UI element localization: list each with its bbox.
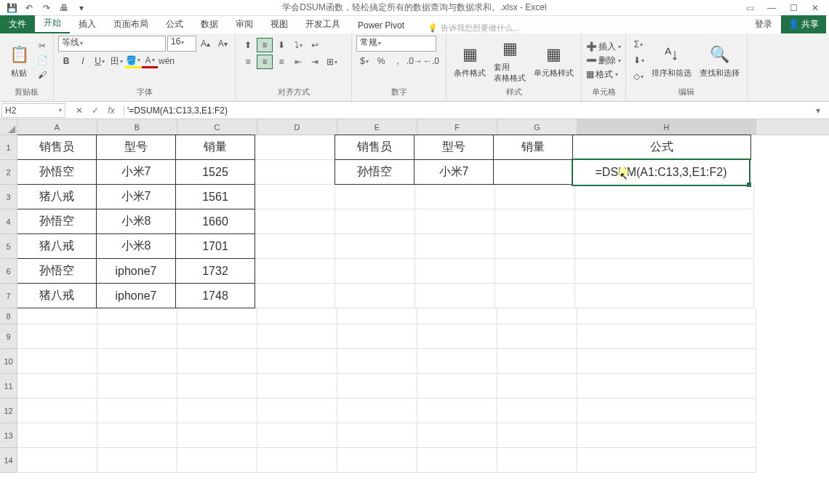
percent-icon[interactable]: % — [373, 54, 389, 68]
cell-E7[interactable] — [335, 284, 415, 308]
currency-icon[interactable]: $▾ — [356, 54, 372, 68]
wrap-text-icon[interactable]: ↩ — [307, 38, 323, 52]
cell-H7[interactable] — [575, 284, 754, 308]
cell-F1[interactable]: 型号 — [414, 135, 494, 160]
increase-font-icon[interactable]: A▴ — [198, 36, 214, 51]
cell-H13[interactable] — [577, 423, 756, 448]
cell-H6[interactable] — [575, 259, 754, 284]
cell-B10[interactable] — [97, 349, 177, 374]
cell-F10[interactable] — [417, 349, 497, 374]
cell-A2[interactable]: 孙悟空 — [17, 159, 97, 185]
cell-E8[interactable] — [337, 308, 417, 324]
number-format-select[interactable]: 常规▾ — [356, 36, 436, 52]
fx-icon[interactable]: fx — [105, 105, 118, 116]
cell-D11[interactable] — [257, 374, 337, 399]
cut-icon[interactable]: ✂ — [36, 39, 49, 52]
cell-B8[interactable] — [97, 308, 177, 324]
cell-F2[interactable]: 小米7 — [414, 159, 494, 185]
cell-C13[interactable] — [177, 423, 257, 448]
increase-indent-icon[interactable]: ⇥ — [307, 55, 323, 69]
cell-B1[interactable]: 型号 — [96, 135, 176, 160]
ribbon-options-icon[interactable]: ▭ — [742, 1, 758, 15]
paste-button[interactable]: 📋 粘贴 — [4, 41, 33, 80]
merge-icon[interactable]: ⊞▾ — [324, 55, 340, 69]
minimize-icon[interactable]: — — [764, 1, 780, 15]
cell-D8[interactable] — [257, 308, 337, 324]
cell-C14[interactable] — [177, 448, 257, 473]
cell-B3[interactable]: 小米7 — [96, 184, 176, 209]
cell-styles-button[interactable]: ▦单元格样式 — [531, 41, 577, 80]
cell-G8[interactable] — [497, 308, 577, 324]
tab-powerpivot[interactable]: Power Pivot — [349, 17, 413, 33]
cell-E10[interactable] — [337, 349, 417, 374]
row-header-5[interactable]: 5 — [0, 234, 17, 259]
cell-D14[interactable] — [257, 448, 337, 473]
cell-G12[interactable] — [497, 399, 577, 423]
cell-F14[interactable] — [417, 448, 497, 473]
cell-E3[interactable] — [335, 185, 415, 209]
cell-E9[interactable] — [337, 324, 417, 349]
cell-H2[interactable]: =DSUM(A1:C13,3,E1:F2) ↖ — [572, 159, 750, 186]
cell-D9[interactable] — [257, 324, 337, 349]
tellme-search[interactable]: 💡 告诉我您想要做什么... — [428, 23, 519, 33]
cell-A12[interactable] — [17, 399, 97, 423]
col-header-E[interactable]: E — [337, 119, 417, 135]
cell-G9[interactable] — [497, 324, 577, 349]
decrease-font-icon[interactable]: A▾ — [215, 36, 231, 51]
cell-C4[interactable]: 1660 — [175, 209, 255, 234]
cell-E1[interactable]: 销售员 — [335, 135, 414, 160]
cell-D2[interactable] — [255, 160, 335, 185]
row-header-1[interactable]: 1 — [0, 135, 17, 160]
cell-C6[interactable]: 1732 — [175, 258, 255, 284]
format-cells-button[interactable]: ▦格式▾ — [586, 68, 621, 81]
col-header-D[interactable]: D — [257, 119, 337, 135]
col-header-C[interactable]: C — [177, 119, 257, 135]
col-header-A[interactable]: A — [17, 119, 97, 135]
close-icon[interactable]: ✕ — [807, 1, 823, 15]
cell-E6[interactable] — [335, 259, 415, 284]
cell-F9[interactable] — [417, 324, 497, 349]
cell-C1[interactable]: 销量 — [175, 135, 255, 160]
cell-H3[interactable] — [575, 185, 754, 209]
cell-B14[interactable] — [97, 448, 177, 473]
copy-icon[interactable]: 📄 — [36, 54, 49, 67]
fill-icon[interactable]: ⬇▾ — [630, 53, 646, 68]
col-header-G[interactable]: G — [497, 119, 577, 135]
cell-A8[interactable] — [17, 308, 97, 324]
row-header-4[interactable]: 4 — [0, 209, 17, 234]
cell-E11[interactable] — [337, 374, 417, 399]
cell-A3[interactable]: 猪八戒 — [17, 184, 97, 209]
cell-F7[interactable] — [415, 284, 495, 308]
align-right-icon[interactable]: ≡ — [273, 55, 289, 69]
align-top-icon[interactable]: ⬆ — [240, 38, 256, 52]
cell-A13[interactable] — [17, 423, 97, 448]
align-left-icon[interactable]: ≡ — [240, 55, 256, 69]
cell-G7[interactable] — [495, 284, 575, 308]
orientation-icon[interactable]: ⤵▾ — [290, 38, 306, 52]
expand-formula-icon[interactable]: ▾ — [816, 105, 829, 116]
tab-formula[interactable]: 公式 — [157, 15, 192, 33]
cell-H10[interactable] — [577, 349, 756, 374]
row-header-8[interactable]: 8 — [0, 308, 17, 324]
col-header-B[interactable]: B — [97, 119, 177, 135]
cell-D12[interactable] — [257, 399, 337, 423]
cell-A1[interactable]: 销售员 — [17, 135, 97, 160]
formula-input[interactable]: '=DSUM(A1:C13,3,E1:F2) — [124, 103, 816, 118]
tab-layout[interactable]: 页面布局 — [105, 15, 157, 33]
phonetic-icon[interactable]: wén — [159, 54, 175, 68]
cell-C10[interactable] — [177, 349, 257, 374]
tab-insert[interactable]: 插入 — [70, 15, 105, 33]
cell-F4[interactable] — [415, 209, 495, 234]
format-painter-icon[interactable]: 🖌 — [36, 68, 49, 81]
cell-A7[interactable]: 猪八戒 — [17, 283, 97, 308]
cell-G1[interactable]: 销量 — [493, 135, 573, 160]
cell-E13[interactable] — [337, 423, 417, 448]
cell-H12[interactable] — [577, 399, 756, 423]
save-icon[interactable]: 💾 — [6, 2, 17, 14]
tab-dev[interactable]: 开发工具 — [297, 15, 349, 33]
cell-C8[interactable] — [177, 308, 257, 324]
cell-C12[interactable] — [177, 399, 257, 423]
cell-D10[interactable] — [257, 349, 337, 374]
fill-color-icon[interactable]: 🪣▾ — [125, 54, 141, 68]
cell-G5[interactable] — [495, 234, 575, 259]
